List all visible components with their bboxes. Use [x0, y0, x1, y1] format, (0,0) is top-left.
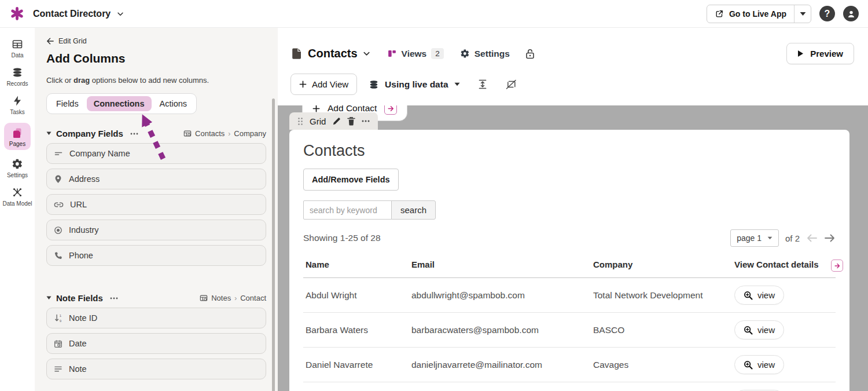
field-option-url[interactable]: URL	[46, 194, 266, 215]
next-page-icon[interactable]	[824, 233, 836, 243]
tab-fields[interactable]: Fields	[49, 96, 86, 111]
breadcrumb-separator: ›	[228, 130, 230, 138]
plus-icon	[312, 105, 320, 112]
main-area: Contacts Views 2 Settings	[278, 28, 868, 391]
page-of-label: of 2	[785, 233, 800, 243]
lock-icon[interactable]	[525, 48, 535, 60]
data-source-dropdown[interactable]: Using live data	[369, 79, 459, 90]
database-icon	[369, 79, 379, 90]
search-button[interactable]: search	[391, 200, 436, 220]
chevron-down-icon[interactable]	[362, 49, 371, 58]
sidebar-item-settings[interactable]: Settings	[0, 154, 35, 182]
add-remove-fields-button[interactable]: Add/Remove Fields	[303, 169, 399, 191]
tab-connections[interactable]: Connections	[87, 96, 152, 111]
column-link-arrow-icon[interactable]	[831, 260, 843, 272]
panel-description: Click or drag options below to add new c…	[46, 76, 266, 85]
user-avatar-icon	[847, 9, 856, 19]
sidebar-item-data[interactable]: Data	[0, 34, 35, 62]
page-header: Contacts Views 2 Settings	[278, 28, 868, 64]
sidebar-item-data-model[interactable]: Data Model	[0, 182, 35, 210]
section-breadcrumb: Notes › Contact	[200, 294, 266, 302]
section-note-fields: Note Fields Notes › Contact 19 Note ID	[46, 293, 266, 379]
panel-scrollbar[interactable]	[272, 98, 275, 391]
field-option-note-id[interactable]: 19 Note ID	[46, 308, 266, 328]
panel-title: Add Columns	[46, 52, 266, 65]
view-record-button[interactable]: view	[734, 355, 784, 374]
play-icon	[797, 50, 804, 57]
collapse-caret-icon[interactable]	[46, 296, 52, 300]
search-input[interactable]	[303, 200, 392, 220]
svg-text:9: 9	[60, 319, 62, 323]
column-header-view-details[interactable]: View Contact details	[732, 253, 836, 278]
preview-button[interactable]: Preview	[786, 43, 854, 64]
field-option-date[interactable]: Date	[46, 333, 266, 354]
settings-button[interactable]: Settings	[460, 49, 510, 59]
column-header-company[interactable]: Company	[591, 253, 732, 278]
view-record-button[interactable]: view	[734, 286, 784, 305]
page-select[interactable]: page 1	[730, 229, 779, 247]
back-to-edit-grid-link[interactable]: Edit Grid	[46, 37, 266, 45]
caret-down-icon	[767, 236, 773, 240]
field-option-address[interactable]: Address	[46, 169, 266, 189]
table-search-icon	[200, 294, 208, 302]
field-option-phone[interactable]: Phone	[46, 245, 266, 266]
grid-view-label: Grid	[310, 116, 326, 126]
views-count-badge: 2	[431, 48, 444, 59]
sidebar-item-pages[interactable]: Pages	[0, 119, 35, 154]
pagination: page 1 of 2	[730, 229, 836, 247]
svg-text:1: 1	[60, 313, 62, 317]
collapse-caret-icon[interactable]	[46, 131, 52, 136]
section-company-fields: Company Fields Contacts › Company Compan…	[46, 129, 266, 266]
phone-icon	[54, 251, 62, 260]
go-to-live-app-dropdown[interactable]	[795, 5, 811, 23]
more-options-icon[interactable]	[362, 120, 370, 122]
add-view-button[interactable]: Add View	[290, 74, 357, 95]
grid-preview-panel: Contacts Add/Remove Fields search Showin…	[289, 130, 849, 391]
zoom-in-icon	[744, 360, 753, 370]
view-record-button[interactable]: view	[734, 320, 784, 339]
page-title: Contacts	[308, 47, 358, 60]
account-button[interactable]	[843, 6, 859, 21]
contacts-table: Name Email Company View Contact details …	[303, 253, 836, 391]
column-type-tabs: Fields Connections Actions	[46, 93, 197, 114]
drag-handle-icon[interactable]	[297, 117, 303, 126]
add-columns-panel: Edit Grid Add Columns Click or drag opti…	[35, 28, 278, 391]
number-sort-icon: 19	[54, 313, 62, 323]
edit-pencil-icon[interactable]	[332, 117, 341, 126]
table-row: Barbara Waters barbaracwaters@spambob.co…	[303, 313, 836, 348]
views-button[interactable]: Views 2	[387, 48, 444, 59]
field-option-note[interactable]: Note	[46, 359, 266, 379]
goto-view-arrow-icon[interactable]	[384, 105, 397, 115]
app-title[interactable]: Contact Directory	[33, 9, 111, 19]
table-search-icon	[183, 130, 192, 138]
help-button[interactable]: ?	[819, 6, 835, 21]
delete-trash-icon[interactable]	[347, 116, 355, 126]
radio-icon	[54, 226, 62, 235]
section-menu-icon[interactable]	[110, 297, 118, 299]
gear-icon	[0, 158, 35, 170]
plus-icon	[299, 81, 307, 88]
section-menu-icon[interactable]	[130, 133, 138, 135]
tab-actions[interactable]: Actions	[153, 96, 194, 111]
no-formatting-icon[interactable]	[505, 79, 517, 90]
sidebar-item-tasks[interactable]: Tasks	[0, 90, 35, 119]
field-option-company-name[interactable]: Company Name	[46, 143, 266, 164]
go-to-live-app-group: Go to Live App	[707, 5, 811, 23]
topbar: Contact Directory Go to Live App ?	[0, 0, 868, 28]
field-option-industry[interactable]: Industry	[46, 220, 266, 240]
sidebar-item-records[interactable]: Records	[0, 62, 35, 90]
prev-page-icon[interactable]	[806, 233, 818, 243]
lightning-icon	[0, 94, 35, 107]
column-header-email[interactable]: Email	[409, 253, 591, 278]
database-icon	[0, 66, 35, 79]
chevron-down-icon[interactable]	[116, 10, 124, 18]
showing-count: Showing 1-25 of 28	[303, 233, 381, 243]
column-header-name[interactable]: Name	[303, 253, 409, 278]
go-to-live-app-button[interactable]: Go to Live App	[707, 5, 795, 23]
fit-height-icon[interactable]	[477, 79, 488, 90]
zoom-in-icon	[744, 326, 753, 335]
breadcrumb-separator: ›	[234, 294, 237, 302]
external-link-icon	[715, 9, 724, 19]
view-toolbar: Add View Using live data	[278, 64, 868, 95]
page-preview-canvas: Add Contact Grid	[278, 105, 868, 391]
